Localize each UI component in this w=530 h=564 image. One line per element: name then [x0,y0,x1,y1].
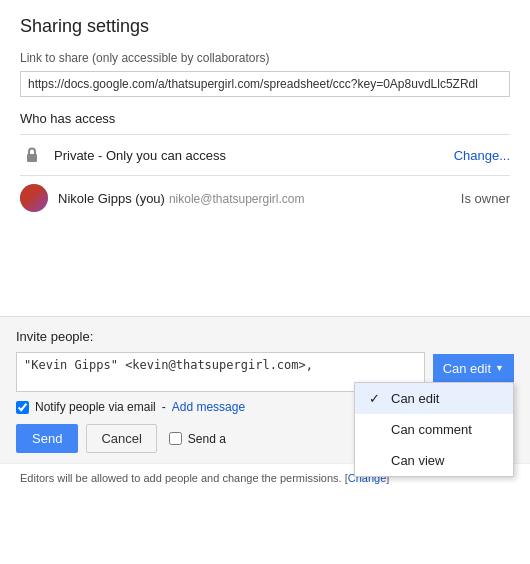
invite-row: Can edit ▼ ✓ Can edit Can comment Can vi… [16,352,514,392]
send-button[interactable]: Send [16,424,78,453]
send-copy-label: Send a [188,432,226,446]
notify-checkbox[interactable] [16,401,29,414]
dropdown-can-view-label: Can view [391,453,444,468]
dropdown-item-can-view[interactable]: Can view [355,445,513,476]
svg-rect-0 [27,154,37,162]
lock-icon [20,143,44,167]
checkmark-icon: ✓ [369,391,385,406]
dialog-title: Sharing settings [20,16,510,37]
owner-access-row: Nikole Gipps (you)nikole@thatsupergirl.c… [20,175,510,220]
who-has-access-label: Who has access [20,111,510,126]
spacer [20,220,510,300]
send-copy-checkbox[interactable] [169,432,182,445]
dropdown-item-can-comment[interactable]: Can comment [355,414,513,445]
add-message-link[interactable]: Add message [172,400,245,414]
private-label: Private - Only you can access [54,148,454,163]
sharing-settings-dialog: Sharing settings Link to share (only acc… [0,0,530,316]
invite-section: Invite people: Can edit ▼ ✓ Can edit Can… [0,316,530,463]
dropdown-item-can-edit[interactable]: ✓ Can edit [355,383,513,414]
dash-separator: - [162,400,166,414]
avatar [20,184,48,212]
dropdown-can-comment-label: Can comment [391,422,472,437]
dropdown-can-edit-label: Can edit [391,391,439,406]
share-link-input[interactable] [20,71,510,97]
send-copy-row: Send a [169,432,226,446]
dropdown-arrow-icon: ▼ [495,363,504,373]
can-edit-label: Can edit [443,361,491,376]
private-access-row: Private - Only you can access Change... [20,134,510,175]
invite-label: Invite people: [16,329,514,344]
owner-email: nikole@thatsupergirl.com [169,192,305,206]
notify-label: Notify people via email [35,400,156,414]
can-edit-dropdown-container: Can edit ▼ ✓ Can edit Can comment Can vi… [433,352,514,382]
owner-role: Is owner [461,191,510,206]
owner-name: Nikole Gipps (you) [58,191,165,206]
cancel-button[interactable]: Cancel [86,424,156,453]
can-edit-button[interactable]: Can edit ▼ [433,354,514,382]
footer-text: Editors will be allowed to add people an… [20,472,342,484]
link-section-label: Link to share (only accessible by collab… [20,51,510,65]
change-link[interactable]: Change... [454,148,510,163]
owner-info: Nikole Gipps (you)nikole@thatsupergirl.c… [58,191,461,206]
permission-dropdown-menu: ✓ Can edit Can comment Can view [354,382,514,477]
